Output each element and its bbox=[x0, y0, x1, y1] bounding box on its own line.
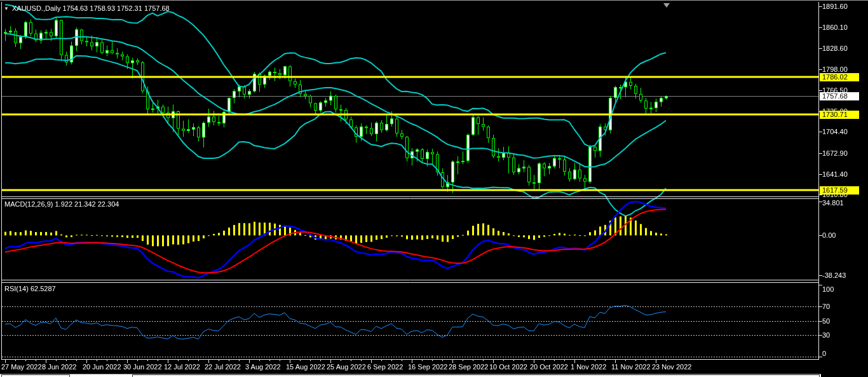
hline-price-badge: 1617.59 bbox=[820, 186, 859, 195]
date-tick-label: 28 Sep 2022 bbox=[449, 363, 488, 371]
date-tick-label: 20 Jun 2022 bbox=[83, 363, 121, 371]
price-tick-label: 1828.60 bbox=[822, 45, 848, 52]
rsi-indicator-label: RSI(14) 62.5287 bbox=[4, 285, 56, 292]
date-tick-label: 1 Nov 2022 bbox=[571, 363, 606, 371]
price-tick-label: 1641.40 bbox=[822, 170, 848, 178]
date-tick-label: 30 Jun 2022 bbox=[123, 363, 162, 371]
date-tick-label: 8 Jun 2022 bbox=[42, 363, 76, 371]
price-tick-label: 1798.00 bbox=[822, 65, 848, 73]
chart-tab-bar bbox=[0, 374, 821, 377]
hline-price-badge: 1786.02 bbox=[820, 73, 859, 81]
date-tick-label: 20 Oct 2022 bbox=[530, 363, 568, 371]
price-tick-label: 1860.10 bbox=[822, 24, 848, 31]
symbol-dropdown-icon[interactable]: ▼ bbox=[4, 5, 9, 13]
chart-canvas[interactable] bbox=[0, 1, 868, 377]
chart-tab[interactable] bbox=[132, 374, 820, 377]
date-tick-label: 27 May 2022 bbox=[1, 363, 42, 371]
rsi-scale-label: 70 bbox=[822, 303, 830, 310]
rsi-scale-label: 30 bbox=[822, 331, 830, 339]
macd-scale-label: -38.243 bbox=[822, 271, 846, 279]
date-tick-label: 6 Sep 2022 bbox=[367, 363, 403, 371]
chart-tab[interactable] bbox=[1, 374, 70, 377]
chart-title-ohlc: XAUUSD.,Daily 1754.63 1758.93 1752.31 17… bbox=[12, 4, 170, 12]
price-tick-label: 1704.40 bbox=[822, 128, 848, 135]
price-tick-label: 1891.60 bbox=[822, 3, 848, 10]
hline-price-badge: 1730.71 bbox=[820, 111, 859, 119]
price-tick-label: 1672.90 bbox=[822, 149, 848, 157]
date-tick-label: 23 Nov 2022 bbox=[652, 363, 691, 371]
date-tick-label: 11 Nov 2022 bbox=[611, 363, 651, 371]
date-tick-label: 10 Oct 2022 bbox=[489, 363, 527, 371]
chart-shift-marker-icon[interactable] bbox=[663, 3, 670, 8]
date-tick-label: 16 Sep 2022 bbox=[408, 363, 447, 371]
date-tick-label: 25 Aug 2022 bbox=[327, 363, 366, 371]
date-tick-label: 15 Aug 2022 bbox=[286, 363, 325, 371]
rsi-scale-label: 50 bbox=[822, 317, 830, 325]
date-tick-label: 12 Jul 2022 bbox=[164, 363, 200, 371]
macd-indicator-label: MACD(12,26,9) 1.922 21.342 22.304 bbox=[4, 200, 119, 208]
macd-scale-label: 34.801 bbox=[822, 199, 844, 207]
date-tick-label: 3 Aug 2022 bbox=[245, 363, 281, 371]
rsi-scale-label: 100 bbox=[822, 285, 834, 293]
mt4-chart-window: ▼ XAUUSD.,Daily 1754.63 1758.93 1752.31 … bbox=[0, 0, 868, 377]
rsi-scale-label: 0 bbox=[822, 350, 826, 357]
macd-scale-label: 0.00 bbox=[822, 231, 836, 239]
current-price-badge: 1757.68 bbox=[820, 92, 859, 100]
date-tick-label: 22 Jul 2022 bbox=[205, 363, 241, 371]
